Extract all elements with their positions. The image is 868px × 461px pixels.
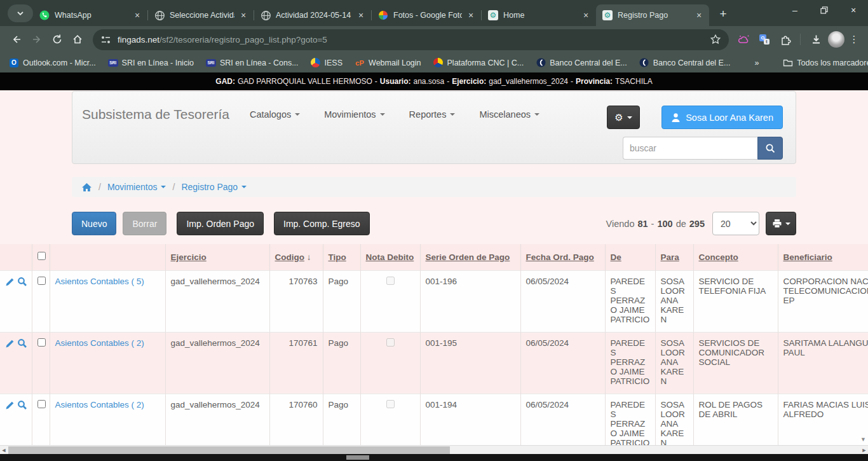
borrar-button[interactable]: Borrar xyxy=(123,212,166,235)
bookmark-webmail[interactable]: cP Webmail Login xyxy=(355,58,421,68)
caret-down-icon xyxy=(450,113,455,116)
bookmark-star-icon[interactable] xyxy=(710,34,721,45)
menu-reportes[interactable]: Reportes xyxy=(409,109,456,120)
view-magnifier-icon[interactable] xyxy=(17,277,27,287)
tab-label: Actividad 2024-05-14 xyxy=(276,11,352,20)
tab-search-button[interactable] xyxy=(8,4,33,22)
edit-pencil-icon[interactable] xyxy=(5,338,15,348)
forward-button[interactable] xyxy=(27,29,47,50)
bookmark-sri-consultas[interactable]: SRI SRI en Línea - Cons... xyxy=(206,58,299,68)
tab-seleccione-actividad[interactable]: Seleccione Actividad × xyxy=(148,4,254,26)
tab-actividad[interactable]: Actividad 2024-05-14 × xyxy=(254,4,371,26)
cell-select xyxy=(32,394,50,445)
menu-movimientos[interactable]: Movimientos xyxy=(324,109,384,120)
breadcrumb-registro-pago[interactable]: Registro Pago xyxy=(181,182,247,192)
header-ejercicio[interactable]: Ejercicio xyxy=(165,244,269,270)
scroll-left-arrow[interactable]: ◄ xyxy=(0,446,8,454)
close-icon[interactable]: × xyxy=(238,10,248,20)
close-window-button[interactable]: × xyxy=(839,0,868,20)
asientos-link[interactable]: Asientos Contables ( 2) xyxy=(55,338,144,348)
restore-button[interactable] xyxy=(810,0,839,20)
tab-label: WhatsApp xyxy=(55,11,128,20)
caret-down-icon xyxy=(161,186,166,188)
header-tipo[interactable]: Tipo xyxy=(323,244,360,270)
site-settings-icon[interactable] xyxy=(100,35,111,45)
user-button[interactable]: Sosa Loor Ana Karen xyxy=(661,106,783,129)
browser-menu-button[interactable]: ⋮ xyxy=(846,34,862,45)
scrollbar-thumb[interactable] xyxy=(8,446,450,454)
header-beneficiario[interactable]: Beneficiario xyxy=(778,244,868,270)
edit-pencil-icon[interactable] xyxy=(5,277,15,287)
horizontal-scrollbar[interactable]: ◄ ► xyxy=(0,445,868,454)
home-icon xyxy=(72,34,83,45)
close-icon[interactable]: × xyxy=(466,10,476,20)
imp-orden-pago-button[interactable]: Imp. Orden Pago xyxy=(177,212,264,235)
row-checkbox[interactable] xyxy=(37,400,46,408)
tab-label: Fotos - Google Fotos xyxy=(393,11,462,20)
settings-gear-button[interactable]: ⚙ xyxy=(607,106,640,129)
row-checkbox[interactable] xyxy=(37,338,46,347)
extensions-button[interactable] xyxy=(775,29,795,50)
main-container: Subsistema de Tesorería Catalogos Movimi… xyxy=(72,91,796,235)
close-icon[interactable]: × xyxy=(132,10,142,20)
header-de[interactable]: De xyxy=(605,244,655,270)
close-icon[interactable]: × xyxy=(694,10,704,20)
profile-button[interactable] xyxy=(826,29,846,50)
globe-icon xyxy=(154,10,165,20)
breadcrumb-home-icon[interactable] xyxy=(81,182,92,192)
breadcrumb-movimientos[interactable]: Movimientos xyxy=(107,182,166,192)
header-para[interactable]: Para xyxy=(655,244,693,270)
header-codigo[interactable]: Codigo ↓ xyxy=(269,244,323,270)
home-button[interactable] xyxy=(67,29,88,50)
bookmark-banco-central-2[interactable]: Banco Central del E... xyxy=(639,58,731,68)
tab-whatsapp[interactable]: WhatsApp × xyxy=(33,4,147,26)
print-button[interactable] xyxy=(766,212,796,235)
bookmark-cnc[interactable]: Plataforma CNC | C... xyxy=(433,58,524,68)
select-all-checkbox[interactable] xyxy=(37,252,46,260)
tab-registro-pago-active[interactable]: ⚙ Registro Pago × xyxy=(596,4,709,26)
translate-button[interactable]: Gt xyxy=(754,29,775,50)
downloads-button[interactable] xyxy=(806,29,826,50)
paging-total: 295 xyxy=(689,219,705,229)
view-magnifier-icon[interactable] xyxy=(17,338,27,348)
tab-home[interactable]: ⚙ Home × xyxy=(482,4,596,26)
asientos-link[interactable]: Asientos Contables ( 5) xyxy=(55,277,144,286)
minimize-button[interactable]: – xyxy=(780,0,810,20)
row-checkbox[interactable] xyxy=(37,277,46,285)
vertical-scroll-down-icon[interactable]: ▼ xyxy=(860,436,866,443)
tab-google-fotos[interactable]: Fotos - Google Fotos × xyxy=(372,4,481,26)
page-size-select[interactable]: 20 xyxy=(712,212,759,235)
bookmarks-overflow-button[interactable]: » xyxy=(754,58,759,67)
all-bookmarks-button[interactable]: Todos los marcadores xyxy=(783,58,868,68)
new-tab-button[interactable]: + xyxy=(714,5,732,23)
back-icon xyxy=(11,34,22,45)
back-button[interactable] xyxy=(6,29,27,50)
header-concepto[interactable]: Concepto xyxy=(693,244,778,270)
bookmark-iess[interactable]: IESS xyxy=(311,58,343,68)
bookmark-outlook[interactable]: O Outlook.com - Micr... xyxy=(9,58,96,68)
header-serie[interactable]: Serie Orden de Pago xyxy=(420,244,520,270)
menu-catalogos[interactable]: Catalogos xyxy=(250,109,300,120)
bookmark-sri-inicio[interactable]: SRI SRI en Línea - Inicio xyxy=(108,58,194,68)
close-icon[interactable]: × xyxy=(581,10,591,20)
cell-serie: 001-196 xyxy=(420,270,520,332)
edit-pencil-icon[interactable] xyxy=(5,400,15,410)
header-fecha[interactable]: Fecha Ord. Pago xyxy=(520,244,605,270)
scroll-right-arrow[interactable]: ► xyxy=(860,446,868,454)
search-input[interactable] xyxy=(623,137,757,160)
address-bar[interactable]: fingads.net/sf2/tesoreria/registro_pago_… xyxy=(93,29,729,50)
all-bookmarks-label: Todos los marcadores xyxy=(797,58,868,67)
extension-cloud-button[interactable] xyxy=(734,29,754,50)
view-magnifier-icon[interactable] xyxy=(17,400,27,410)
url-host: fingads.net xyxy=(118,35,159,45)
nuevo-button[interactable]: Nuevo xyxy=(72,212,116,235)
header-nota-debito[interactable]: Nota Debito xyxy=(360,244,420,270)
menu-miscelaneos[interactable]: Miscelaneos xyxy=(479,109,539,120)
bookmark-banco-central-1[interactable]: Banco Central del E... xyxy=(536,58,627,68)
cell-row-icons xyxy=(0,332,32,394)
close-icon[interactable]: × xyxy=(356,10,366,20)
asientos-link[interactable]: Asientos Contables ( 2) xyxy=(55,400,144,409)
search-button[interactable] xyxy=(757,137,783,160)
reload-button[interactable] xyxy=(47,29,67,50)
imp-comp-egreso-button[interactable]: Imp. Comp. Egreso xyxy=(274,212,370,235)
